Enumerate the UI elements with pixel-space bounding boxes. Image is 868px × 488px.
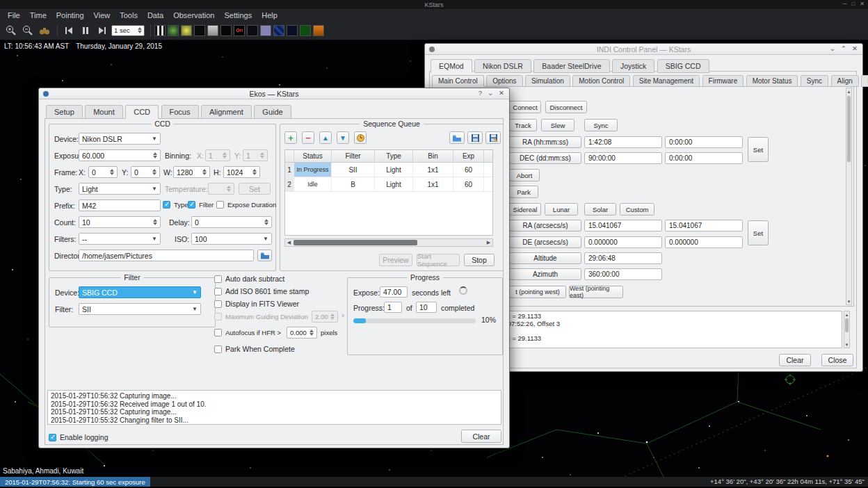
indi-vertical-scrollbar[interactable]: ▲ ▼ bbox=[846, 88, 852, 305]
scrollbar-thumb[interactable] bbox=[294, 240, 417, 245]
move-job-up-button[interactable]: ▲ bbox=[319, 131, 332, 144]
time-step-up-icon[interactable] bbox=[138, 27, 142, 30]
ra-current-field[interactable]: 0:00:00 bbox=[665, 136, 743, 148]
column-type[interactable]: Type bbox=[375, 150, 413, 162]
table-row[interactable]: 2 Idle B Light 1x1 60 bbox=[285, 177, 492, 192]
shade-icon[interactable]: ⌄ bbox=[488, 89, 493, 97]
scroll-down-icon[interactable]: ▼ bbox=[844, 341, 849, 348]
ra-rate-target-field[interactable]: 15.041067 bbox=[584, 220, 662, 231]
dec-target-field[interactable]: 90:00:00 bbox=[584, 152, 662, 164]
sky-object-thumbnail[interactable] bbox=[168, 25, 179, 36]
indi-close-button[interactable]: Close bbox=[821, 354, 853, 366]
move-job-down-button[interactable]: ▼ bbox=[337, 131, 349, 144]
altitude-field[interactable]: 29:06:48 bbox=[584, 252, 662, 264]
tab-guide[interactable]: Guide bbox=[254, 105, 291, 119]
frame-y-spinner[interactable]: 0 bbox=[131, 166, 160, 178]
tab-eqmod[interactable]: EQMod bbox=[431, 59, 472, 73]
frame-h-spinner[interactable]: 1024 bbox=[223, 166, 260, 178]
subtab-motion-control[interactable]: Motion Control bbox=[572, 75, 630, 87]
subtab-motor-status[interactable]: Motor Status bbox=[746, 75, 798, 87]
indi-log-scrollbar[interactable]: ▲ ▼ bbox=[844, 311, 850, 348]
scroll-up-icon[interactable]: ▲ bbox=[846, 88, 851, 95]
sky-object-thumbnail[interactable] bbox=[273, 25, 284, 36]
abort-button[interactable]: Abort bbox=[509, 169, 540, 181]
ekos-clear-button[interactable]: Clear bbox=[461, 430, 501, 443]
slew-button[interactable]: Slew bbox=[541, 119, 574, 131]
tab-alignment[interactable]: Alignment bbox=[201, 105, 252, 119]
enable-logging-checkbox[interactable]: Enable logging bbox=[49, 433, 108, 441]
subtab-simulation[interactable]: Simulation bbox=[525, 75, 570, 87]
sky-object-thumbnail[interactable] bbox=[300, 25, 311, 36]
help-icon[interactable]: ? bbox=[479, 89, 482, 97]
maximize-icon[interactable]: □ bbox=[851, 1, 855, 7]
autofocus-hfr-spinner[interactable]: 0.000 bbox=[287, 327, 317, 339]
add-job-button[interactable]: + bbox=[284, 131, 297, 144]
scroll-up-icon[interactable]: ▲ bbox=[844, 311, 849, 318]
directory-input[interactable]: /home/jasem/Pictures bbox=[79, 250, 254, 261]
tab-baader-steeldrive[interactable]: Baader SteelDrive bbox=[533, 59, 609, 73]
zoom-out-icon[interactable] bbox=[20, 23, 35, 38]
checkbox-checked-icon[interactable] bbox=[49, 434, 56, 441]
altitude-property-label[interactable]: Altitude bbox=[509, 252, 581, 264]
scroll-right-icon[interactable]: ▶ bbox=[485, 239, 492, 246]
checkbox-unchecked-icon[interactable] bbox=[216, 201, 224, 209]
menu-help[interactable]: Help bbox=[257, 10, 282, 20]
de-rate-current-field[interactable]: 0.000000 bbox=[665, 236, 743, 248]
connect-button[interactable]: Connect bbox=[509, 101, 541, 113]
solar-rate-button[interactable]: Solar bbox=[584, 203, 616, 215]
column-status[interactable]: Status bbox=[294, 150, 332, 162]
custom-rate-button[interactable]: Custom bbox=[620, 203, 654, 215]
menu-settings[interactable]: Settings bbox=[219, 10, 257, 20]
menu-file[interactable]: File bbox=[3, 10, 25, 20]
zoom-in-icon[interactable] bbox=[3, 23, 19, 38]
prefix-filter-checkbox[interactable]: Filter bbox=[188, 201, 214, 209]
time-step-down-icon[interactable] bbox=[138, 31, 142, 33]
fits-viewer-checkbox[interactable]: Display in FITS Viewer bbox=[214, 300, 299, 308]
time-step-spinner[interactable]: 1 sec bbox=[111, 25, 145, 36]
reset-job-button[interactable] bbox=[354, 131, 367, 144]
expose-duration-checkbox[interactable]: Expose Duration bbox=[216, 201, 276, 209]
menu-view[interactable]: View bbox=[89, 10, 115, 20]
disconnect-button[interactable]: Disconnect bbox=[545, 101, 587, 113]
scrollbar-thumb[interactable] bbox=[845, 318, 849, 332]
menu-pointing[interactable]: Pointing bbox=[51, 10, 89, 20]
ra-target-field[interactable]: 1:42:08 bbox=[584, 136, 662, 148]
subtab-sync[interactable]: Sync bbox=[801, 75, 828, 87]
ra-property-label[interactable]: RA (hh:mm:ss) bbox=[509, 136, 581, 148]
iso-select[interactable]: 100▼ bbox=[191, 233, 272, 245]
subtab-options[interactable]: Options bbox=[486, 75, 522, 87]
indi-clear-button[interactable]: Clear bbox=[779, 354, 811, 366]
close-icon[interactable]: ✕ bbox=[499, 89, 504, 97]
close-icon[interactable]: ✕ bbox=[860, 1, 865, 7]
auto-dark-subtract-checkbox[interactable]: Auto dark subtract bbox=[214, 275, 284, 283]
tab-mount[interactable]: Mount bbox=[85, 105, 123, 119]
sky-object-thumbnail[interactable] bbox=[260, 25, 271, 36]
table-row[interactable]: 1 In Progress SII Light 1x1 60 bbox=[285, 163, 492, 177]
checkbox-checked-icon[interactable] bbox=[188, 201, 195, 209]
east-pointing-west-button[interactable]: t (pointing west) bbox=[509, 286, 566, 298]
sky-object-thumbnail[interactable] bbox=[220, 25, 232, 36]
menu-data[interactable]: Data bbox=[143, 10, 168, 20]
tab-focus[interactable]: Focus bbox=[161, 105, 199, 119]
sky-object-thumbnail[interactable] bbox=[287, 25, 298, 36]
sky-object-thumbnail[interactable] bbox=[247, 25, 258, 36]
tab-ccd[interactable]: CCD bbox=[125, 105, 159, 119]
de-rate-target-field[interactable]: 0.000000 bbox=[584, 236, 662, 248]
checkbox-unchecked-icon[interactable] bbox=[214, 345, 222, 353]
open-sequence-button[interactable] bbox=[449, 131, 465, 144]
tab-joystick[interactable]: Joystick bbox=[612, 59, 654, 73]
close-icon[interactable]: ✕ bbox=[852, 44, 858, 52]
subtab-horizon[interactable]: Horizon bbox=[861, 75, 868, 87]
save-sequence-button[interactable] bbox=[467, 131, 483, 144]
delay-spinner[interactable]: 0 bbox=[191, 216, 272, 228]
checkbox-unchecked-icon[interactable] bbox=[214, 329, 222, 336]
ra-rate-property-label[interactable]: RA (arcsecs/s) bbox=[509, 220, 581, 231]
subtab-main-control[interactable]: Main Control bbox=[432, 75, 484, 87]
filters-select[interactable]: --▼ bbox=[79, 233, 161, 245]
frame-type-select[interactable]: Light▼ bbox=[79, 183, 161, 195]
sync-button[interactable]: Sync bbox=[584, 119, 618, 131]
azimuth-field[interactable]: 360:00:00 bbox=[584, 268, 662, 280]
minimize-icon[interactable]: ─ bbox=[843, 1, 847, 7]
subtab-site-management[interactable]: Site Management bbox=[633, 75, 700, 87]
subtab-align[interactable]: Align bbox=[831, 75, 859, 87]
